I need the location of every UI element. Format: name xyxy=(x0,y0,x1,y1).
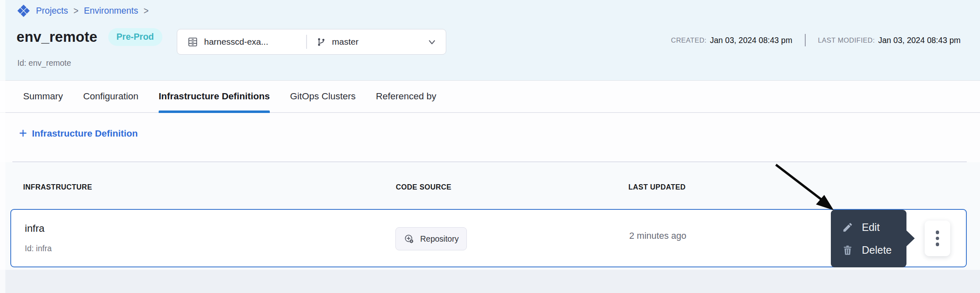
git-context-selector: harnesscd-exa... master xyxy=(177,29,446,55)
tab-gitops-clusters[interactable]: GitOps Clusters xyxy=(290,81,356,112)
row-context-menu: Edit Delete xyxy=(831,210,906,267)
modified-label: LAST MODIFIED: xyxy=(818,36,875,44)
meta-timestamps: CREATED: Jan 03, 2024 08:43 pm LAST MODI… xyxy=(671,34,961,46)
created-value: Jan 03, 2024 08:43 pm xyxy=(710,36,792,45)
kebab-dot xyxy=(936,237,940,240)
breadcrumb-projects[interactable]: Projects xyxy=(36,6,68,16)
modified-value: Jan 03, 2024 08:43 pm xyxy=(878,36,961,45)
branch-name: master xyxy=(332,37,359,47)
env-type-badge: Pre-Prod xyxy=(108,28,162,46)
column-header-infrastructure: INFRASTRUCTURE xyxy=(23,183,92,192)
add-infrastructure-definition-button[interactable]: + Infrastructure Definition xyxy=(19,126,138,141)
add-button-label: Infrastructure Definition xyxy=(32,128,138,139)
tab-label: Summary xyxy=(23,91,63,102)
kebab-dot xyxy=(936,243,940,246)
meta-divider xyxy=(805,34,806,46)
repository-name: harnesscd-exa... xyxy=(204,37,268,47)
kebab-dot xyxy=(936,231,940,234)
git-branch-icon xyxy=(316,37,326,47)
tab-infrastructure-definitions[interactable]: Infrastructure Definitions xyxy=(159,81,270,112)
column-header-last-updated: LAST UPDATED xyxy=(628,183,686,192)
tab-label: GitOps Clusters xyxy=(290,91,356,102)
environment-detail-page: Projects > Environments > env_remote Pre… xyxy=(0,0,980,293)
breadcrumb: Projects > Environments > xyxy=(17,4,149,18)
breadcrumb-separator: > xyxy=(74,5,78,17)
repository-icon xyxy=(187,36,198,48)
title-row: env_remote Pre-Prod xyxy=(17,28,162,46)
created-label: CREATED: xyxy=(671,36,706,44)
tab-label: Configuration xyxy=(83,91,138,102)
repository-source-icon xyxy=(404,233,415,245)
trash-icon xyxy=(842,245,853,256)
tab-configuration[interactable]: Configuration xyxy=(83,81,138,112)
last-updated-value: 2 minutes ago xyxy=(629,231,686,241)
projects-logo-icon[interactable] xyxy=(17,4,31,18)
env-id-text: Id: env_remote xyxy=(17,58,71,68)
plus-icon: + xyxy=(19,126,27,141)
breadcrumb-environments[interactable]: Environments xyxy=(84,6,138,16)
page-bottom-strip xyxy=(0,270,980,293)
tab-label: Infrastructure Definitions xyxy=(159,91,270,102)
page-title: env_remote xyxy=(17,29,98,45)
toolbar: + Infrastructure Definition xyxy=(0,114,980,162)
left-edge-strip xyxy=(0,0,5,293)
tab-label: Referenced by xyxy=(376,91,436,102)
code-source-badge: Repository xyxy=(395,227,467,250)
column-header-code-source: CODE SOURCE xyxy=(396,183,452,192)
code-source-label: Repository xyxy=(420,234,459,244)
menu-item-edit[interactable]: Edit xyxy=(831,217,906,238)
tab-summary[interactable]: Summary xyxy=(23,81,63,112)
tab-referenced-by[interactable]: Referenced by xyxy=(376,81,436,112)
branch-selector[interactable]: master xyxy=(307,29,446,54)
active-tab-underline xyxy=(159,110,270,113)
menu-item-delete[interactable]: Delete xyxy=(831,240,906,260)
infrastructure-id: Id: infra xyxy=(25,244,52,253)
chevron-down-icon[interactable] xyxy=(427,37,437,47)
infrastructure-name: infra xyxy=(25,223,45,234)
menu-item-label: Delete xyxy=(862,244,892,256)
pencil-icon xyxy=(842,222,853,233)
repository-selector[interactable]: harnesscd-exa... xyxy=(177,29,306,54)
tab-bar: Summary Configuration Infrastructure Def… xyxy=(0,80,980,113)
table-row[interactable]: infra Id: infra xyxy=(10,209,967,267)
menu-caret xyxy=(906,230,915,247)
row-options-button[interactable] xyxy=(925,221,950,256)
breadcrumb-separator: > xyxy=(143,5,148,17)
page-header: Projects > Environments > env_remote Pre… xyxy=(0,0,980,80)
menu-item-label: Edit xyxy=(862,221,880,233)
